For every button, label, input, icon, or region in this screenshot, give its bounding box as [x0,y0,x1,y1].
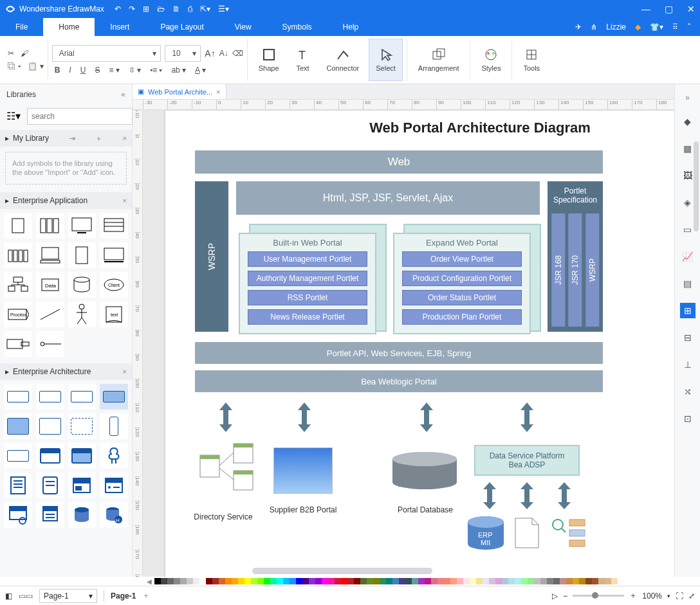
portlet-item[interactable]: RSS Portlet [248,290,367,305]
layers-icon[interactable]: ◈ [680,195,695,210]
builtin-panel[interactable]: Built-in Web Portal User Management Port… [239,233,376,334]
tree-icon[interactable]: ⊥ [680,357,695,372]
color-swatch[interactable] [547,578,553,584]
erp-mii-icon[interactable]: ERPMII [466,516,505,552]
shrink-font-button[interactable]: A↓ [219,49,228,58]
open-button[interactable]: 🗁 [157,5,165,14]
arrangement-button[interactable]: Arrangement [411,39,466,81]
shape-item[interactable] [68,302,97,327]
color-swatch[interactable] [605,578,611,584]
shape-item[interactable] [100,413,128,439]
clear-format-button[interactable]: ⌫ [232,49,243,58]
search-list-icon[interactable] [549,516,587,550]
color-swatch[interactable] [592,578,598,584]
shape-item[interactable] [68,473,97,498]
color-swatch[interactable] [335,578,341,584]
font-family-select[interactable]: Arial▾ [52,45,161,62]
zoom-out-button[interactable]: − [563,591,567,600]
page-icon[interactable]: ▭ [680,222,695,237]
menu-symbols[interactable]: Symbols [267,18,327,36]
close-tab-button[interactable]: × [216,88,220,96]
document-icon[interactable] [513,516,541,550]
menu-insert[interactable]: Insert [95,18,145,36]
shape-item[interactable] [68,272,97,298]
shape-item[interactable]: Data [36,272,64,298]
color-swatch[interactable] [244,578,251,584]
horizontal-scrollbar[interactable] [252,568,432,574]
shape-item[interactable] [36,242,64,268]
color-swatch[interactable] [264,578,270,584]
color-swatch[interactable] [528,578,534,584]
zoom-in-button[interactable]: ＋ [629,590,637,601]
undo-button[interactable]: ↶ [115,5,121,14]
color-swatch[interactable] [495,578,502,584]
import-icon[interactable]: ⇥ [69,134,75,143]
color-swatch[interactable] [418,578,425,584]
color-swatch[interactable] [560,578,566,584]
color-swatch[interactable] [412,578,418,584]
color-swatch[interactable] [598,578,605,584]
color-swatch[interactable] [380,578,386,584]
bold-button[interactable]: B [55,66,60,75]
color-swatch[interactable] [161,578,167,584]
color-swatch[interactable] [450,578,457,584]
format-painter-button[interactable]: 🖌 [21,49,28,58]
color-swatch[interactable] [540,578,547,584]
enterprise-architecture-header[interactable]: ▸ Enterprise Architecture× [0,363,132,380]
play-button[interactable]: ▷ [552,591,558,600]
color-swatch[interactable] [251,578,257,584]
color-swatch[interactable] [219,578,225,584]
expand-right-panel-button[interactable]: » [685,93,690,102]
shape-item[interactable] [36,384,64,410]
color-swatch[interactable] [405,578,412,584]
shape-item[interactable] [36,331,64,357]
cut-button[interactable]: ✂ [8,49,14,58]
collapse-panel-button[interactable]: « [121,90,125,99]
color-swatch[interactable] [515,578,521,584]
shape-item[interactable] [100,384,128,410]
color-swatch[interactable] [399,578,405,584]
color-swatch[interactable] [309,578,315,584]
bullets-button[interactable]: ⦁≡ ▾ [150,66,162,75]
add-icon[interactable]: ＋ [95,134,102,143]
align-icon[interactable]: ⊟ [680,330,695,345]
page-tab[interactable]: Page-1 [111,591,136,600]
shape-item[interactable] [68,384,97,410]
color-swatch[interactable] [367,578,373,584]
zoom-slider[interactable] [573,595,624,597]
library-menu-button[interactable]: ☷▾ [4,110,23,122]
expand-panel[interactable]: Expand Web Portal Order View Portlet Pro… [393,233,531,334]
color-swatch[interactable] [534,578,540,584]
shape-item[interactable] [4,413,32,439]
color-swatch[interactable] [238,578,244,584]
export-button[interactable]: ⇱▾ [200,5,210,14]
options-button[interactable]: ☰▾ [218,5,229,14]
comment-icon[interactable]: ⊡ [680,411,695,426]
apps-icon[interactable]: ⠿ [672,23,678,32]
color-swatch[interactable] [489,578,495,584]
shape-item[interactable] [36,302,64,327]
color-swatch[interactable] [199,578,206,584]
portlet-spec-box[interactable]: Portlet Specification JSR 168 JSR 170 WS… [548,181,603,332]
menu-help[interactable]: Help [327,18,374,36]
shape-item[interactable] [68,443,97,469]
document-tab[interactable]: ▣ Web Portal Archite... × [133,84,226,99]
vertical-scrollbar[interactable] [694,141,699,231]
shape-item[interactable] [100,242,128,268]
select-button[interactable]: Select [369,39,403,81]
wsrp-box[interactable]: WSRP [195,181,228,332]
color-swatch[interactable] [566,578,573,584]
color-swatch[interactable] [438,578,444,584]
color-swatch[interactable] [270,578,277,584]
color-swatch[interactable] [585,578,592,584]
color-swatch[interactable] [611,578,618,584]
theme-icon[interactable]: 👕▾ [650,23,663,32]
close-mylib-button[interactable]: × [123,134,127,142]
api-box[interactable]: Portlet API, Web Services, EJB, Spring [195,342,603,364]
redo-button[interactable]: ↷ [129,5,135,14]
shape-item[interactable] [4,473,32,498]
shape-item[interactable]: Process [4,302,32,327]
color-swatch[interactable] [206,578,212,584]
tech-box[interactable]: Html, JSP, JSF, Servlet, Ajax [236,181,540,215]
color-swatch[interactable] [354,578,360,584]
